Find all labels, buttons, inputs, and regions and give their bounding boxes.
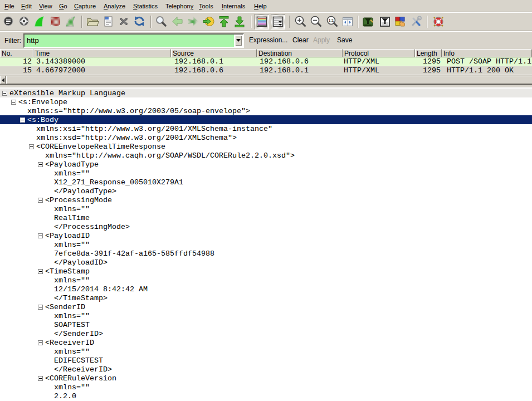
svg-text:1:1: 1:1 [329,18,334,22]
